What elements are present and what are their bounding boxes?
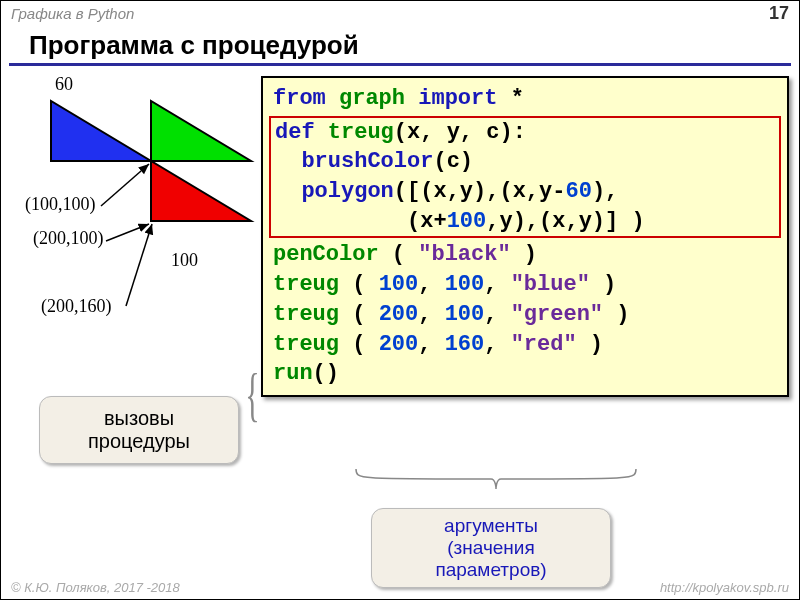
header-subject: Графика в Python — [11, 5, 134, 22]
page-number: 17 — [769, 3, 789, 24]
content-area: 60 100 (100,100) (200,100) (200,160) fro… — [1, 66, 799, 566]
callout-arguments: аргументы (значения параметров) — [371, 508, 611, 588]
point-200-100: (200,100) — [33, 228, 104, 249]
code-line-7: treug ( 100, 100, "blue" ) — [263, 270, 787, 300]
triangle-diagram: 60 100 (100,100) (200,100) (200,160) — [11, 76, 261, 336]
svg-line-5 — [126, 224, 152, 306]
footer: © К.Ю. Поляков, 2017 -2018 http://kpolya… — [1, 578, 799, 597]
brace-icon: { — [245, 344, 259, 444]
point-200-160: (200,160) — [41, 296, 112, 317]
callout-procedure-calls: вызовы процедуры — [39, 396, 239, 464]
code-line-9: treug ( 200, 160, "red" ) — [263, 330, 787, 360]
callout-args-l3: параметров) — [435, 559, 546, 580]
point-100-100: (100,100) — [25, 194, 96, 215]
code-line-5: (x+100,y),(x,y)] ) — [271, 207, 779, 237]
label-100: 100 — [171, 250, 198, 271]
svg-marker-2 — [151, 161, 251, 221]
callout-calls-l1: вызовы — [104, 407, 174, 429]
svg-marker-1 — [151, 101, 251, 161]
label-60: 60 — [55, 74, 73, 95]
slide: Графика в Python 17 Программа с процедур… — [0, 0, 800, 600]
code-line-1: from graph import * — [263, 84, 787, 114]
header: Графика в Python 17 — [1, 1, 799, 26]
slide-title: Программа с процедурой — [9, 26, 791, 66]
callout-args-l2: (значения — [447, 537, 535, 558]
code-line-4: polygon([(x,y),(x,y-60), — [271, 177, 779, 207]
svg-line-4 — [106, 224, 149, 241]
callout-calls-l2: процедуры — [88, 430, 190, 452]
code-line-2: def treug(x, y, c): — [271, 118, 779, 148]
footer-copyright: © К.Ю. Поляков, 2017 -2018 — [11, 580, 180, 595]
callout-args-l1: аргументы — [444, 515, 538, 536]
svg-line-3 — [101, 164, 149, 206]
footer-url: http://kpolyakov.spb.ru — [660, 580, 789, 595]
svg-marker-0 — [51, 101, 151, 161]
code-line-8: treug ( 200, 100, "green" ) — [263, 300, 787, 330]
procedure-definition-frame: def treug(x, y, c): brushColor(c) polygo… — [269, 116, 781, 239]
code-line-3: brushColor(c) — [271, 147, 779, 177]
code-block: from graph import * def treug(x, y, c): … — [261, 76, 789, 397]
code-line-10: run() — [263, 359, 787, 389]
horizontal-brace-icon — [351, 464, 641, 504]
code-line-6: penColor ( "black" ) — [263, 240, 787, 270]
